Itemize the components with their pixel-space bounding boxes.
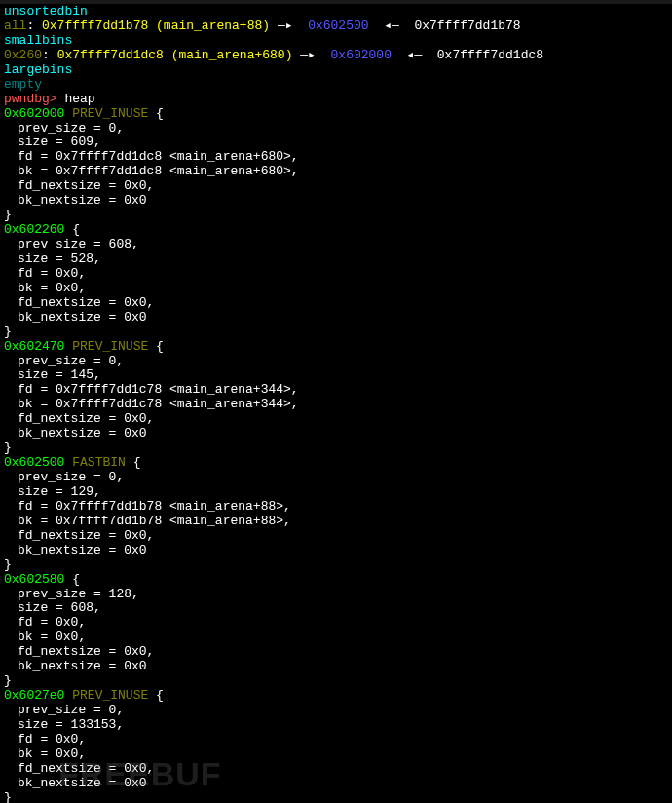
chunk-field: bk = 0x7ffff7dd1c78 <main_arena+344>, <box>4 398 668 412</box>
chunk-field: prev_size = 0, <box>4 704 668 718</box>
chunk-field: bk = 0x7ffff7dd1dc8 <main_arena+680>, <box>4 165 668 179</box>
chunk-field: bk_nextsize = 0x0 <box>4 194 668 209</box>
chunk-header: 0x602260 { <box>4 223 668 238</box>
chunk-field: size = 608, <box>4 601 668 616</box>
chunk-field: fd_nextsize = 0x0, <box>4 296 668 311</box>
chunk-field: prev_size = 0, <box>4 471 668 485</box>
chunk-field: fd = 0x0, <box>4 616 668 631</box>
chunk-field: size = 528, <box>4 252 668 267</box>
smallbins-label: smallbins <box>4 34 668 49</box>
chunk-field: size = 609, <box>4 135 668 150</box>
chunk-field: fd_nextsize = 0x0, <box>4 179 668 194</box>
chunk-field: bk_nextsize = 0x0 <box>4 660 668 674</box>
smallbins-entry: 0x260: 0x7ffff7dd1dc8 (main_arena+680) —… <box>4 49 668 63</box>
chunk-field: prev_size = 0, <box>4 122 668 136</box>
chunk-close: } <box>4 674 668 689</box>
chunk-field: bk = 0x0, <box>4 282 668 296</box>
chunk-field: bk = 0x7ffff7dd1b78 <main_arena+88>, <box>4 515 668 529</box>
chunk-header: 0x602000 PREV_INUSE { <box>4 107 668 122</box>
chunk-field: bk = 0x0, <box>4 747 668 762</box>
chunk-close: } <box>4 441 668 456</box>
chunk-field: prev_size = 128, <box>4 588 668 602</box>
chunk-field: size = 133153, <box>4 718 668 733</box>
chunk-field: bk_nextsize = 0x0 <box>4 777 668 791</box>
chunk-field: fd = 0x7ffff7dd1b78 <main_arena+88>, <box>4 500 668 515</box>
chunk-field: size = 145, <box>4 368 668 383</box>
chunk-field: prev_size = 608, <box>4 238 668 252</box>
chunk-field: fd_nextsize = 0x0, <box>4 645 668 660</box>
chunk-field: fd = 0x7ffff7dd1dc8 <main_arena+680>, <box>4 150 668 165</box>
heap-chunks: 0x602000 PREV_INUSE {prev_size = 0,size … <box>4 107 668 803</box>
chunk-header: 0x602470 PREV_INUSE { <box>4 340 668 355</box>
chunk-field: fd = 0x7ffff7dd1c78 <main_arena+344>, <box>4 383 668 398</box>
chunk-field: bk_nextsize = 0x0 <box>4 311 668 325</box>
chunk-close: } <box>4 791 668 803</box>
unsortedbin-label: unsortedbin <box>4 5 668 19</box>
chunk-close: } <box>4 558 668 573</box>
chunk-field: bk_nextsize = 0x0 <box>4 427 668 441</box>
unsortedbin-entry: all: 0x7ffff7dd1b78 (main_arena+88) —▸ 0… <box>4 19 668 34</box>
chunk-field: prev_size = 0, <box>4 355 668 369</box>
chunk-header: 0x602580 { <box>4 573 668 588</box>
chunk-header: 0x6027e0 PREV_INUSE { <box>4 689 668 704</box>
prompt-line[interactable]: pwndbg> heap <box>4 93 668 107</box>
chunk-field: bk = 0x0, <box>4 631 668 645</box>
window-titlebar <box>0 0 672 4</box>
chunk-field: fd_nextsize = 0x0, <box>4 529 668 544</box>
chunk-field: fd_nextsize = 0x0, <box>4 412 668 427</box>
chunk-close: } <box>4 209 668 223</box>
chunk-field: bk_nextsize = 0x0 <box>4 544 668 558</box>
chunk-field: size = 129, <box>4 485 668 500</box>
chunk-field: fd = 0x0, <box>4 267 668 282</box>
largebins-label: largebins <box>4 63 668 78</box>
chunk-header: 0x602500 FASTBIN { <box>4 456 668 471</box>
largebins-empty: empty <box>4 78 668 93</box>
chunk-field: fd = 0x0, <box>4 733 668 747</box>
chunk-field: fd_nextsize = 0x0, <box>4 762 668 777</box>
chunk-close: } <box>4 325 668 340</box>
